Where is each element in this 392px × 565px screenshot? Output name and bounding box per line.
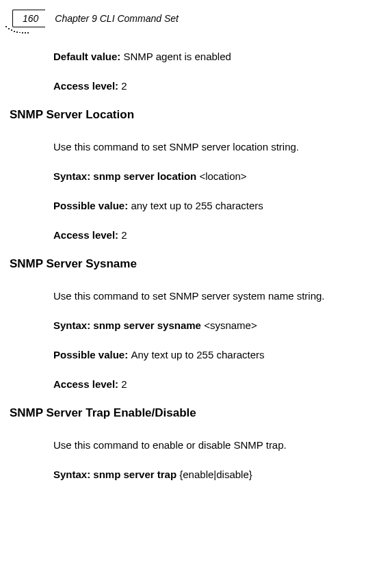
section-heading: SNMP Server Location [10,108,378,122]
chapter-title: Chapter 9 CLI Command Set [55,13,179,24]
label-text: Syntax: snmp server trap [53,469,179,480]
label-text: Access level: [53,378,121,390]
label-text: Syntax: snmp server location [53,170,199,182]
paragraph: Use this command to set SNMP server loca… [53,140,378,154]
label-text: Syntax: snmp server sysname [53,319,204,331]
label-text: Access level: [53,80,121,92]
paragraph: Possible value: Any text up to 255 chara… [53,347,378,362]
body-text: 2 [121,80,127,92]
paragraph: Use this command to set SNMP server syst… [53,289,378,303]
label-text: Default value: [53,51,124,62]
paragraph: Syntax: snmp server location <location> [53,169,378,183]
paragraph: Access level: 2 [53,228,378,242]
page-header: 160 Chapter 9 CLI Command Set [12,10,179,27]
body-text: {enable|disable} [179,469,252,480]
body-text: Use this command to set SNMP server syst… [53,290,325,302]
paragraph: Syntax: snmp server sysname <sysname> [53,318,378,332]
label-text: Possible value: [53,349,131,360]
page-content: Default value: SNMP agent is enabledAcce… [0,49,392,497]
body-text: Use this command to set SNMP server loca… [53,141,299,153]
body-text: SNMP agent is enabled [124,51,231,62]
section-heading: SNMP Server Sysname [10,257,378,271]
body-text: 2 [121,229,127,241]
paragraph: Access level: 2 [53,377,378,391]
paragraph: Syntax: snmp server trap {enable|disable… [53,467,378,482]
paragraph: Use this command to enable or disable SN… [53,438,378,452]
page-number: 160 [12,10,45,27]
label-text: Possible value: [53,200,131,211]
body-text: Use this command to enable or disable SN… [53,439,287,451]
body-text: <sysname> [204,319,257,331]
body-text: any text up to 255 characters [131,200,263,211]
decorative-dots [5,26,33,36]
body-text: Any text up to 255 characters [131,349,264,360]
section-heading: SNMP Server Trap Enable/Disable [10,406,378,420]
paragraph: Default value: SNMP agent is enabled [53,49,378,64]
label-text: Access level: [53,229,121,241]
paragraph: Access level: 2 [53,79,378,93]
body-text: 2 [121,378,127,390]
paragraph: Possible value: any text up to 255 chara… [53,198,378,213]
body-text: <location> [199,170,246,182]
